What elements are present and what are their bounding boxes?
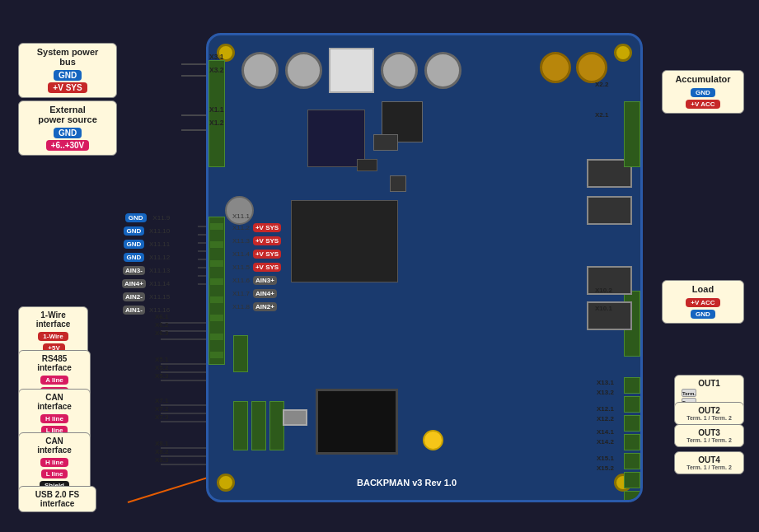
gnd-badge-load: GND [691, 310, 715, 319]
out2-label: OUT2 [682, 406, 737, 415]
x13-1-label: X13.1 [597, 379, 614, 386]
one-wire-label: 1-Wireinterface [26, 310, 81, 329]
pin-row-x11-9: GND X11.9 [122, 212, 170, 223]
out2-annotation: OUT2 Term. 1 / Term. 2 [674, 402, 744, 425]
x13-2-label: X13.2 [597, 389, 614, 396]
x7-1-label: X7.1 [155, 397, 168, 404]
ext-power-label: External power source [26, 105, 110, 124]
x7-3-label: X7.3 [155, 413, 168, 421]
aline-badge: A line [40, 376, 68, 385]
x1-connector [208, 60, 225, 167]
system-power-bus-label: System power bus [26, 47, 110, 67]
x2-1-label: X2.1 [595, 111, 608, 119]
board-title: BACKPMAN v3 Rev 1.0 [357, 478, 457, 488]
transformer [329, 48, 374, 93]
gnd-badge-ep: GND [54, 128, 82, 138]
x11-13-num: X11.13 [149, 267, 170, 274]
bottom-connectors [233, 401, 284, 450]
power-area [587, 266, 632, 365]
x10-1-label: X10.1 [595, 305, 612, 312]
gnd-x11-9: GND [125, 213, 147, 222]
yellow-button[interactable] [423, 430, 443, 450]
x11-connector [208, 217, 225, 365]
x3-2-label: X3.2 [209, 66, 224, 74]
can1-label: CANinterface [26, 393, 83, 411]
out3-label: OUT3 [682, 428, 737, 437]
gnd-badge-spb: GND [54, 70, 82, 81]
term1-out3: Term. 1 / Term. 2 [682, 437, 737, 443]
x5-1-label: X5.1 [155, 356, 168, 363]
vsys-x11-4: +V SYS [253, 250, 281, 259]
x12-1-label: X12.1 [597, 405, 614, 413]
ic-area [291, 101, 439, 200]
x15-conn [624, 491, 640, 502]
lline-can2: L line [41, 469, 68, 478]
pin-row-x11-14: AIN4+ X11.14 [122, 278, 170, 289]
x11-12-num: X11.12 [149, 254, 170, 261]
x8-conn [269, 401, 284, 450]
x7-conn [251, 401, 266, 450]
x1-1-label: X1.1 [209, 105, 224, 114]
x11-14-num: X11.14 [149, 280, 170, 287]
gnd-badge-acc: GND [691, 88, 715, 97]
pin-row-x11-4: X11.4 +V SYS [232, 249, 281, 259]
display [316, 389, 398, 455]
out1-label: OUT1 [682, 379, 737, 388]
pin-row-x11-3: X11.3 +V SYS [232, 236, 281, 246]
x11-left-labels: GND X11.9 GND X11.10 GND X11.11 GND X11.… [122, 212, 170, 316]
x10-2-label: X10.2 [595, 287, 612, 294]
top-caps-area [241, 52, 461, 93]
volt-badge-ep: +6..+30V [46, 140, 90, 151]
vsys-x11-2: +V SYS [253, 223, 281, 232]
x11-2-num: X11.2 [232, 224, 250, 231]
x6-conn [233, 335, 248, 372]
x11-4-num: X11.4 [232, 250, 250, 258]
x11-6-num: X11.6 [232, 277, 250, 284]
x12-conn [624, 415, 640, 432]
load-label: Load [669, 284, 737, 294]
usb-annotation: USB 2.0 FSinterface [18, 486, 96, 512]
x11-pin [210, 241, 223, 248]
pin-row-x11-6: X11.6 AIN3+ [232, 275, 281, 286]
x11-pin [210, 278, 223, 285]
ain2p-x11-8: AIN2+ [253, 302, 277, 311]
term1-out4: Term. 1 / Term. 2 [682, 464, 737, 470]
pin-row-x11-11: GND X11.11 [122, 239, 170, 250]
vacc-badge-acc: +V ACC [686, 100, 719, 109]
ain3m-x11-13: AIN3- [123, 266, 145, 275]
cap3 [381, 52, 418, 89]
smd2 [357, 159, 377, 171]
x5-2-label: X5.2 [155, 364, 168, 371]
load-annotation: Load +V ACC GND [662, 280, 744, 324]
x6-2-label: X6.2 [155, 321, 168, 329]
x13-conn [624, 377, 640, 394]
x11-9-num: X11.9 [152, 214, 170, 222]
x2-2-label: X2.2 [595, 81, 608, 88]
hline-can2: H line [40, 458, 68, 467]
vsys-x11-3: +V SYS [253, 236, 281, 245]
transistors [587, 159, 632, 225]
x12-conn-2 [624, 434, 640, 450]
x14-conn-2 [624, 472, 640, 488]
x14-2-label: X14.2 [597, 438, 614, 446]
x11-right-labels: X11.1 X11.2 +V SYS X11.3 +V SYS X11.4 +V… [232, 212, 281, 313]
x11-8-num: X11.8 [232, 303, 250, 310]
smd3 [390, 175, 406, 192]
x11-pin [210, 223, 223, 230]
x5-3-label: X5.3 [155, 372, 168, 380]
x11-7-num: X11.7 [232, 290, 250, 297]
system-power-bus-annotation: System power bus GND +V SYS [18, 43, 117, 98]
usb-jack [283, 409, 307, 426]
ain4p-x11-14: AIN4+ [122, 279, 146, 288]
out4-label: OUT4 [682, 455, 737, 464]
x11-pin [210, 315, 223, 321]
term1-out1: Term. 1 [682, 389, 696, 397]
pin-row-x11-2: X11.2 +V SYS [232, 222, 281, 233]
cap-r1 [540, 52, 571, 83]
x14-1-label: X14.1 [597, 428, 614, 436]
x15-2-label: X15.2 [597, 464, 614, 472]
x8-3-label: X8.3 [155, 456, 168, 464]
pin-row-x11-8: X11.8 AIN2+ [232, 301, 281, 312]
x6-3-label: X6.3 [155, 329, 168, 337]
x7-2-label: X7.2 [155, 405, 168, 413]
